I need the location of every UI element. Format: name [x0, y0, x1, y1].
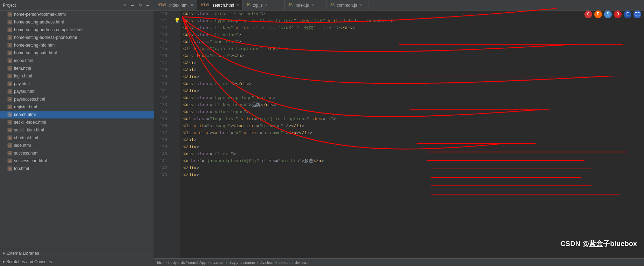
breadcrumb-separator: › [166, 260, 167, 265]
svg-text:H: H [9, 52, 11, 54]
html-file-icon: H [7, 135, 13, 141]
tab-type-icon: JS [246, 3, 251, 7]
html-file-icon: H [7, 112, 13, 117]
sidebar-file-item[interactable]: Hside.html [0, 142, 154, 149]
svg-text:H: H [9, 37, 11, 39]
svg-text:H: H [9, 29, 11, 31]
html-file-icon: H [7, 42, 13, 48]
html-file-icon: H [7, 150, 13, 156]
tab-label: common.js [337, 3, 357, 8]
file-name: item.html [14, 66, 31, 71]
html-file-icon: H [7, 73, 13, 79]
svg-text:H: H [9, 68, 11, 70]
sidebar-file-item[interactable]: Hpaysuccess.html [0, 95, 154, 103]
tab-close-button[interactable]: ✕ [265, 3, 268, 7]
external-libraries-label: External Libraries [6, 251, 39, 256]
line-number: 125 [154, 46, 170, 53]
tab-close-button[interactable]: ✕ [359, 3, 362, 7]
tab-index-js[interactable]: JS index.js ✕ [285, 0, 327, 10]
line-number: 131 [154, 88, 170, 95]
collapse-icon[interactable]: — [129, 2, 136, 8]
file-name: home-setting-info.html [14, 43, 56, 48]
opera-icon[interactable]: O [614, 11, 622, 18]
code-line: </div> [183, 165, 644, 172]
breadcrumb-item: div#searchApp [181, 260, 206, 265]
tab-type-icon: JS [288, 3, 293, 7]
breadcrumb-separator: › [178, 260, 179, 265]
bulb-icon[interactable]: 💡 [174, 18, 180, 23]
sidebar-file-item[interactable]: Hsuccess-cart.html [0, 157, 154, 165]
sidebar-file-item[interactable]: Hseckill-item.html [0, 126, 154, 134]
sidebar-file-item[interactable]: Hsearch.html [0, 111, 154, 118]
html-file-icon: H [7, 96, 13, 102]
sidebar-file-item[interactable]: Hhome-setting-safe.html [0, 49, 154, 57]
line-number: 140 [154, 151, 170, 158]
svg-text:H: H [9, 21, 11, 23]
tab-close-button[interactable]: ✕ [191, 3, 193, 7]
line-numbers: 1201211221231241251261271281291301311321… [154, 11, 173, 258]
tab-type-icon: HTML [201, 3, 210, 7]
firefox-icon[interactable]: F [594, 11, 602, 18]
sidebar-file-item[interactable]: Hregister.html [0, 103, 154, 111]
svg-text:H: H [9, 91, 11, 93]
svg-text:H: H [9, 75, 11, 77]
breadcrumb-item: div.clearfix.selec... [260, 260, 291, 265]
sidebar-file-item[interactable]: Hpayfail.html [0, 88, 154, 95]
code-line: </div> [183, 74, 644, 81]
sidebar-file-item[interactable]: Hhome-setting-info.html [0, 41, 154, 49]
sidebar-file-item[interactable]: Hpay.html [0, 80, 154, 88]
tab-common-js[interactable]: JS common.js ✕ [327, 0, 369, 10]
safari-icon[interactable]: S [604, 11, 612, 18]
sidebar-file-item[interactable]: Hhome-person-footmark.html [0, 11, 154, 18]
line-number: 142 [154, 165, 170, 172]
chrome-icon[interactable]: C [584, 11, 592, 18]
sidebar-file-item[interactable]: Hhome-setting-address-phone.html [0, 34, 154, 41]
svg-text:H: H [9, 114, 11, 116]
sidebar-file-item[interactable]: Hseckill-index.html [0, 118, 154, 126]
file-name: home-setting-safe.html [14, 50, 57, 55]
tab-close-button[interactable]: ✕ [311, 3, 314, 7]
line-number: 143 [154, 172, 170, 179]
breadcrumb: html›body›div#searchApp›div.main›div.py-… [157, 260, 641, 265]
edge-icon[interactable]: E [624, 11, 631, 18]
sidebar-file-item[interactable]: Hsuccess.html [0, 149, 154, 157]
minimize-icon[interactable]: — [145, 2, 151, 8]
gutter: 💡 [173, 11, 180, 258]
html-file-icon: H [7, 158, 13, 164]
html-file-icon: H [7, 120, 13, 125]
file-name: payfail.html [14, 89, 35, 94]
line-number: 139 [154, 144, 170, 151]
sidebar-file-item[interactable]: Hindex.html [0, 57, 154, 64]
sidebar-file-item[interactable]: Hlogin.html [0, 72, 154, 80]
code-line: </div> [183, 172, 644, 179]
tab-search-html[interactable]: HTML search.html ✕ [197, 0, 243, 10]
svg-text:H: H [9, 98, 11, 101]
tab-top-js[interactable]: JS top.js ✕ [243, 0, 285, 10]
code-line: </div> [183, 88, 644, 95]
tab-close-button[interactable]: ✕ [236, 3, 239, 7]
settings-icon[interactable]: ⚙ [137, 2, 143, 8]
sidebar-file-item[interactable]: Hhome-setting-address-complete.html [0, 26, 154, 34]
tabs-bar: HTML index.html ✕ HTML search.html ✕ JS … [154, 0, 644, 11]
sidebar-file-item[interactable]: Hshortcut.html [0, 134, 154, 142]
file-name: index.html [14, 58, 33, 63]
sidebar-file-item[interactable]: Hitem.html [0, 64, 154, 72]
code-line: <div class="type-wrap" v-for="f in filte… [183, 18, 644, 25]
scratches-consoles-section[interactable]: Scratches and Consoles [0, 258, 154, 266]
tab-index-html[interactable]: HTML index.html ✕ [154, 0, 197, 10]
add-file-icon[interactable]: ⊕ [122, 2, 128, 8]
sidebar-file-item[interactable]: Hhome-setting-address.html [0, 18, 154, 26]
code-line: <div class="fl key" v-text="f.k === 'cid… [183, 25, 644, 32]
collapse-icon [3, 252, 5, 255]
file-name: success-cart.html [14, 158, 47, 163]
html-file-icon: H [7, 166, 13, 171]
sidebar-file-item[interactable]: Htop.html [0, 165, 154, 172]
tab-type-icon: HTML [158, 3, 167, 7]
code-line: <li v-for="(o,i) in f.options" :key="i"> [183, 46, 644, 53]
external-libraries-section[interactable]: External Libraries [0, 249, 154, 258]
ie-icon[interactable]: IE [633, 11, 641, 18]
code-content[interactable]: <div class="clearfix selector"> <div cla… [180, 11, 644, 258]
svg-text:H: H [9, 45, 11, 47]
line-number: 122 [154, 25, 170, 32]
svg-text:H: H [9, 160, 11, 162]
